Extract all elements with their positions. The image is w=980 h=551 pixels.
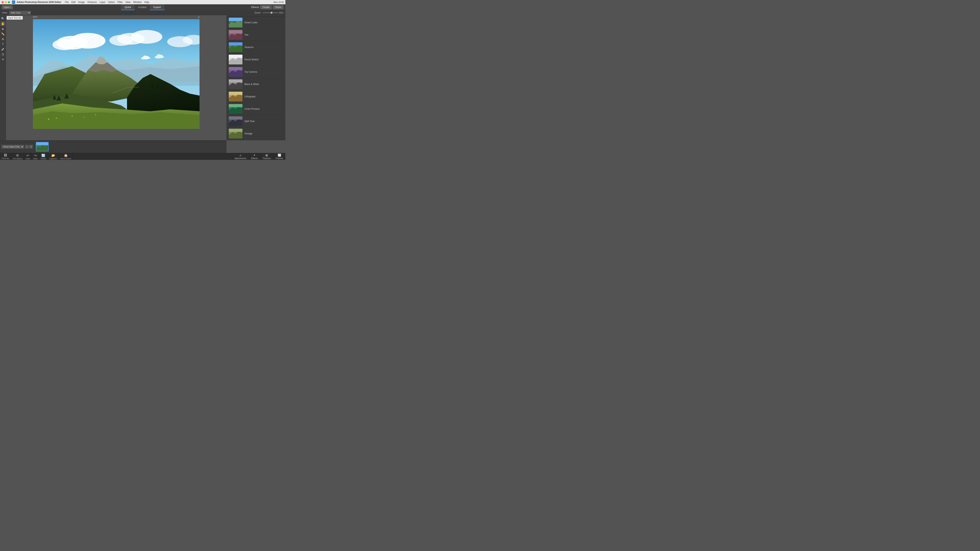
app-title: Adobe Photoshop Elements 2020 Editor — [17, 1, 61, 3]
healing-tool-icon[interactable]: ⊕ — [1, 37, 5, 41]
svg-marker-12 — [33, 111, 199, 129]
menu-window[interactable]: Window — [132, 1, 143, 3]
black-white-thumbnail — [229, 79, 242, 89]
left-toolbar: 🔍 ✋ ◈ ✏️ ⊕ T 💉 ⊡ ✛ — [0, 15, 6, 140]
redo-section[interactable]: ↪ Redo — [32, 153, 40, 160]
tab-textures[interactable]: ▦ Textures — [260, 153, 273, 160]
menu-file[interactable]: File — [64, 1, 70, 3]
menu-help[interactable]: Help — [143, 1, 150, 3]
view-label: View: — [2, 11, 8, 14]
svg-point-32 — [72, 116, 73, 117]
menu-select[interactable]: Select — [107, 1, 116, 3]
panel-tabs: ⊿ Adjustments ✦ Effects ▦ Textures ⬜ Fra… — [232, 153, 285, 160]
frames-icon: ⬜ — [278, 154, 281, 157]
text-tool-icon[interactable]: T — [1, 42, 5, 46]
create-button[interactable]: Create — [260, 5, 272, 9]
effect-cross-process[interactable]: Cross Process — [227, 103, 285, 115]
effect-vintage[interactable]: Vintage — [227, 127, 285, 140]
view-bar: View: After Only Zoom: 50% — [0, 10, 285, 15]
zoom-value: 50% — [279, 11, 283, 14]
traffic-lights — [2, 1, 10, 3]
quick-select-icon[interactable]: ◈ — [1, 27, 5, 31]
svg-point-24 — [109, 35, 133, 46]
panel-shrink-button[interactable]: – — [25, 145, 29, 148]
seasons-label: Seasons — [244, 46, 254, 49]
organizer-section[interactable]: 📁 Organizer — [48, 153, 59, 160]
panel-expand-button[interactable]: ▾ — [29, 145, 33, 148]
effect-lithograph[interactable]: Lithograph — [227, 91, 285, 103]
svg-rect-49 — [229, 67, 242, 70]
minimize-window-button[interactable] — [5, 1, 7, 3]
photo-bin-section[interactable]: 🖼 Photo Bin — [0, 153, 11, 160]
effects-header-label: Effects — [251, 6, 259, 9]
toy-camera-label: Toy Camera — [244, 70, 257, 73]
split-tone-label: Split Tone — [244, 120, 255, 122]
tab-expert[interactable]: Expert — [150, 4, 164, 10]
undo-label: Undo — [25, 158, 30, 160]
home-screen-section[interactable]: 🏠 Home Screen — [59, 153, 73, 160]
home-screen-icon: 🏠 — [64, 154, 68, 157]
menu-enhance[interactable]: Enhance — [86, 1, 98, 3]
tab-quick[interactable]: Quick — [121, 4, 135, 10]
hand-tool-icon[interactable]: ✋ — [1, 22, 5, 26]
svg-rect-58 — [229, 104, 242, 107]
open-button[interactable]: Open ▾ — [2, 5, 13, 9]
toy-camera-thumbnail — [229, 67, 242, 77]
tint-thumbnail — [229, 30, 242, 40]
close-window-button[interactable] — [2, 1, 4, 3]
svg-rect-61 — [229, 116, 242, 119]
effect-toy-camera[interactable]: Toy Camera — [227, 66, 285, 78]
tool-options-label: Tool Options — [13, 158, 22, 160]
tint-label: Tint — [244, 33, 248, 36]
svg-point-33 — [83, 117, 84, 118]
effect-tint[interactable]: Tint — [227, 29, 285, 41]
svg-rect-43 — [229, 42, 242, 46]
system-time: Mon 15:50 — [274, 1, 284, 3]
zoom-tool-icon[interactable]: 🔍 — [1, 16, 5, 21]
textures-tab-label: Textures — [262, 157, 271, 159]
top-right-actions: Effects Create Share — [251, 4, 283, 10]
menu-view[interactable]: View — [124, 1, 132, 3]
mountain-landscape-svg — [33, 19, 199, 129]
brush-tool-icon[interactable]: ✏️ — [1, 32, 5, 36]
effect-smart-looks[interactable]: Smart Looks — [227, 16, 285, 29]
eyedropper-icon[interactable]: 💉 — [1, 47, 5, 51]
effect-split-tone[interactable]: Split Tone — [227, 115, 285, 127]
menu-filter[interactable]: Filter — [116, 1, 124, 3]
move-tool-icon[interactable]: ✛ — [1, 57, 5, 62]
view-select[interactable]: After Only — [9, 11, 31, 14]
tab-frames[interactable]: ⬜ Frames — [273, 153, 285, 160]
menu-layer[interactable]: Layer — [99, 1, 107, 3]
effect-seasons[interactable]: Seasons — [227, 41, 285, 54]
svg-point-34 — [95, 114, 96, 115]
menu-edit[interactable]: Edit — [70, 1, 76, 3]
undo-section[interactable]: ↩ Undo — [24, 153, 32, 160]
rotate-section[interactable]: 🔄 Rotate — [39, 153, 48, 160]
cross-process-label: Cross Process — [244, 108, 260, 110]
svg-point-31 — [56, 118, 57, 119]
crop-tool-icon[interactable]: ⊡ — [1, 52, 5, 56]
maximize-window-button[interactable] — [8, 1, 10, 3]
show-open-files-select[interactable]: Show Open Files — [2, 145, 24, 148]
tool-options-section[interactable]: ⚙ Tool Options — [11, 153, 24, 160]
tab-effects[interactable]: ✦ Effects — [249, 153, 260, 160]
smart-looks-thumbnail — [229, 17, 242, 27]
tab-guided[interactable]: Guided — [135, 4, 150, 10]
svg-point-23 — [131, 30, 162, 44]
hand-tool-tooltip: Hand Tool (H) — [7, 16, 23, 20]
canvas-label: After — [33, 16, 37, 18]
tab-adjustments[interactable]: ⊿ Adjustments — [232, 153, 249, 160]
vintage-label: Vintage — [244, 132, 252, 135]
effect-black-white[interactable]: Black & White — [227, 78, 285, 91]
zoom-slider[interactable] — [262, 12, 278, 13]
canvas-area: After ✕ — [6, 15, 227, 140]
canvas-close-button[interactable]: ✕ — [197, 16, 200, 19]
menu-image[interactable]: Image — [77, 1, 86, 3]
share-button[interactable]: Share — [273, 5, 283, 9]
adjustments-icon: ⊿ — [239, 154, 242, 157]
file-thumbnail-1[interactable] — [36, 142, 49, 151]
app-icon: Ps — [12, 1, 15, 4]
effect-pencil-sketch[interactable]: Pencil Sketch — [227, 54, 285, 66]
photo-bin-icon: 🖼 — [4, 154, 7, 157]
effects-icon: ✦ — [253, 154, 256, 157]
